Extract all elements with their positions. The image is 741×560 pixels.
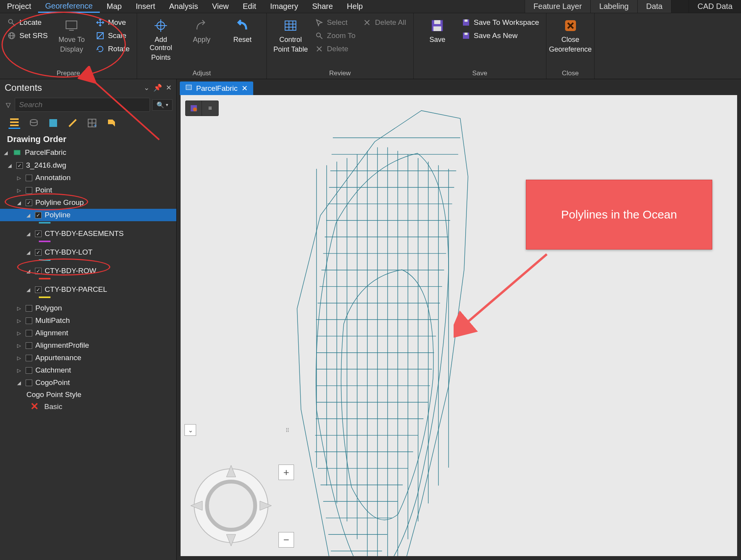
tree-polyline[interactable]: ◢ Polyline <box>0 209 176 221</box>
tree-alignment-profile[interactable]: ▷ AlignmentProfile <box>0 339 176 352</box>
locate-label: Locate <box>19 18 42 27</box>
callout-arrow-icon <box>454 243 555 343</box>
menu-insert[interactable]: Insert <box>129 0 162 13</box>
canvas-explore-button[interactable] <box>186 101 202 116</box>
tree-point[interactable]: ▷ Point <box>0 184 176 196</box>
move-icon <box>96 18 105 27</box>
zoom-to-button[interactable]: Zoom To <box>313 30 357 41</box>
checkbox[interactable] <box>26 305 32 312</box>
checkbox[interactable] <box>35 231 42 237</box>
tree-easements[interactable]: ◢ CTY-BDY-EASEMENTS <box>0 227 176 240</box>
rotate-button[interactable]: Rotate <box>94 43 131 54</box>
save-to-workspace-button[interactable]: Save To Workspace <box>460 17 541 28</box>
apply-button[interactable]: Apply <box>183 16 220 44</box>
locate-button[interactable]: Locate <box>5 17 49 28</box>
tree-lot[interactable]: ◢ CTY-BDY-LOT <box>0 246 176 258</box>
context-labeling[interactable]: Labeling <box>590 0 637 13</box>
checkbox[interactable] <box>26 330 32 336</box>
rotate-icon <box>96 44 105 54</box>
map-tab-close-icon[interactable]: ✕ <box>242 84 248 93</box>
tree-row-layer[interactable]: ◢ CTY-BDY-ROW <box>0 265 176 277</box>
tab-list-by-editing[interactable] <box>67 117 78 129</box>
zoom-in-button[interactable]: + <box>278 465 294 480</box>
filter-icon[interactable]: ▽ <box>4 101 12 109</box>
tree-appurtenance[interactable]: ▷ Appurtenance <box>0 352 176 364</box>
tab-list-by-selection[interactable] <box>47 117 59 129</box>
set-srs-button[interactable]: Set SRS <box>5 30 49 41</box>
checkbox[interactable] <box>16 162 23 169</box>
checkbox[interactable] <box>35 249 42 256</box>
zoom-out-button[interactable]: − <box>278 532 294 548</box>
save-button[interactable]: Save <box>419 16 456 44</box>
checkbox[interactable] <box>26 317 32 324</box>
checkbox[interactable] <box>26 380 32 386</box>
control-point-table-button[interactable]: Control Point Table <box>272 16 309 54</box>
expand-button[interactable]: ⌄ <box>184 424 196 436</box>
checkbox[interactable] <box>35 268 42 274</box>
map-canvas[interactable]: ≡ Polylines in the Ocean <box>181 95 737 556</box>
close-icon <box>562 17 579 34</box>
svg-rect-37 <box>10 121 19 123</box>
checkbox[interactable] <box>26 199 32 206</box>
tree-annotation[interactable]: ▷ Annotation <box>0 172 176 184</box>
tree-parcel[interactable]: ◢ CTY-BDY-PARCEL <box>0 283 176 296</box>
svg-point-39 <box>30 120 37 123</box>
svg-rect-32 <box>464 33 468 35</box>
reset-button[interactable]: Reset <box>224 16 261 44</box>
canvas-toolbar: ≡ <box>185 101 219 116</box>
map-icon <box>12 148 22 157</box>
add-control-points-button[interactable]: Add Control Points <box>143 16 179 62</box>
checkbox[interactable] <box>26 175 32 181</box>
tree-cogopoint[interactable]: ◢ CogoPoint <box>0 376 176 389</box>
menu-help[interactable]: Help <box>340 0 370 13</box>
menu-view[interactable]: View <box>205 0 236 13</box>
checkbox[interactable] <box>26 355 32 361</box>
select-button[interactable]: Select <box>313 17 357 28</box>
checkbox[interactable] <box>26 342 32 349</box>
save-as-new-button[interactable]: Save As New <box>460 30 541 41</box>
menu-edit[interactable]: Edit <box>236 0 263 13</box>
tree-catchment[interactable]: ▷ Catchment <box>0 364 176 376</box>
scale-button[interactable]: Scale <box>94 30 131 41</box>
delete-icon <box>315 44 324 54</box>
drag-handle-icon[interactable]: ⠿ <box>285 427 290 433</box>
menu-imagery[interactable]: Imagery <box>263 0 305 13</box>
checkbox[interactable] <box>35 286 42 293</box>
menu-map[interactable]: Map <box>100 0 129 13</box>
delete-button[interactable]: Delete <box>313 43 357 54</box>
menu-share[interactable]: Share <box>305 0 340 13</box>
apply-icon <box>193 17 210 34</box>
checkbox[interactable] <box>26 187 32 194</box>
checkbox[interactable] <box>35 212 42 218</box>
context-data[interactable]: Data <box>637 0 671 13</box>
menu-project[interactable]: Project <box>0 0 38 13</box>
svg-rect-47 <box>186 85 191 90</box>
context-feature-layer[interactable]: Feature Layer <box>525 0 591 13</box>
delete-all-button[interactable]: Delete All <box>361 17 407 28</box>
menu-georeference[interactable]: Georeference <box>38 0 99 13</box>
tree-multipatch[interactable]: ▷ MultiPatch <box>0 314 176 327</box>
tree-basic-style[interactable]: ✕ Basic <box>0 400 176 413</box>
map-tab-parcelfabric[interactable]: ParcelFabric ✕ <box>180 81 253 95</box>
tab-list-by-drawing-order[interactable] <box>9 117 20 129</box>
canvas-menu-button[interactable]: ≡ <box>202 101 218 116</box>
svg-marker-19 <box>317 20 322 26</box>
table-icon <box>282 17 299 34</box>
move-button[interactable]: Move <box>94 17 131 28</box>
tab-list-by-source[interactable] <box>28 117 40 129</box>
tree-polygon[interactable]: ▷ Polygon <box>0 302 176 314</box>
tree-map-root[interactable]: ◢ ParcelFabric <box>0 146 176 159</box>
move-to-display-button[interactable]: Move To Display <box>53 16 90 54</box>
navigator-wheel[interactable] <box>188 463 274 548</box>
svg-point-0 <box>9 19 12 23</box>
tree-dwg[interactable]: ◢ 3_2416.dwg <box>0 159 176 172</box>
checkbox[interactable] <box>26 367 32 374</box>
context-cad-data[interactable]: CAD Data <box>689 0 741 13</box>
menu-analysis[interactable]: Analysis <box>162 0 205 13</box>
tree-alignment[interactable]: ▷ Alignment <box>0 327 176 339</box>
locate-icon <box>7 18 16 27</box>
svg-line-41 <box>69 120 76 127</box>
svg-rect-14 <box>285 21 296 30</box>
tree-polyline-group[interactable]: ◢ Polyline Group <box>0 196 176 209</box>
close-georeference-button[interactable]: Close Georeference <box>552 16 589 54</box>
